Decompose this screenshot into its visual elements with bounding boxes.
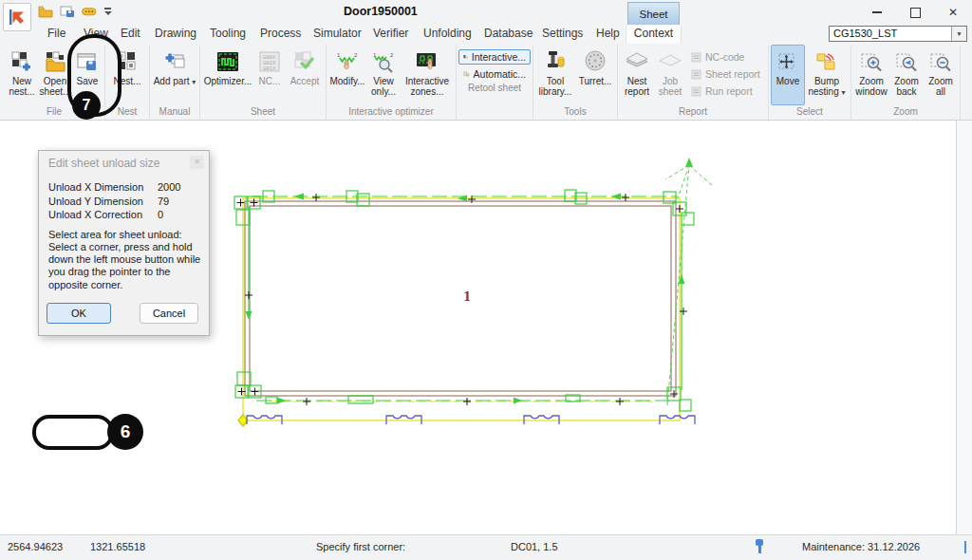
minimize-button[interactable] [858, 0, 896, 25]
modify-button[interactable]: 12 Modify... [328, 45, 366, 105]
nc-button[interactable]: G00XG02XG01X NC... [253, 45, 286, 105]
annotation-badge-7: 7 [72, 91, 101, 120]
sheet-report-icon [691, 69, 701, 80]
window-controls: ✕ [858, 0, 972, 25]
chevron-down-icon[interactable]: ▼ [951, 27, 966, 41]
ribbon-group-retool-sheet: Interactive... Automatic... Retool sheet [457, 45, 533, 120]
quick-access-caret-icon[interactable] [103, 6, 113, 17]
zoom-window-icon [860, 47, 883, 76]
reference-crosses [237, 194, 688, 405]
sheet-drawing[interactable]: 1 [228, 147, 721, 441]
group-label-zoom: Zoom [853, 105, 958, 119]
menu-file[interactable]: File [47, 25, 65, 44]
part-contour [245, 201, 676, 396]
menu-process[interactable]: Process [260, 25, 301, 44]
zoom-window-button[interactable]: Zoom window [853, 45, 889, 105]
ok-button[interactable]: OK [47, 303, 111, 324]
job-sheet-icon [658, 47, 682, 76]
ribbon-group-zoom: Zoom window Zoom back Zoom all Zoom [851, 45, 961, 120]
job-sheet-button[interactable]: Job sheet [654, 45, 686, 105]
zoom-back-button[interactable]: Zoom back [889, 45, 924, 105]
menu-drawing[interactable]: Drawing [155, 25, 196, 44]
group-label-interactive-optimizer: Interactive optimizer [328, 105, 454, 119]
save-quick-icon[interactable] [60, 5, 75, 18]
add-part-caret-icon: ▾ [192, 78, 196, 86]
tab-sheet[interactable]: Sheet [627, 2, 680, 25]
svg-text:2: 2 [390, 52, 394, 58]
menu-help[interactable]: Help [596, 25, 620, 44]
field-label: Unload Y Dimension [48, 196, 158, 210]
turret-button[interactable]: Turret... [575, 45, 615, 105]
machine-selector[interactable]: CG1530_LST ▼ [829, 26, 967, 42]
modify-icon: 12 [335, 47, 360, 76]
view-only-button[interactable]: 12 View only... [366, 45, 401, 105]
title-bar: Door1950001 Sheet ✕ [0, 0, 972, 25]
nc-icon: G00XG02XG01X [258, 47, 281, 76]
field-value[interactable]: 79 [158, 196, 169, 210]
field-value[interactable]: 2000 [158, 181, 180, 196]
material-info: DC01, 1.5 [511, 541, 558, 552]
menu-unfolding[interactable]: Unfolding [423, 25, 472, 44]
menu-tooling[interactable]: Tooling [210, 25, 246, 44]
zoom-all-button[interactable]: Zoom all [924, 45, 958, 105]
menu-simulator[interactable]: Simulator [313, 25, 362, 44]
tab-context[interactable]: Context [626, 25, 682, 44]
tool-library-icon [544, 47, 567, 76]
coordinate-y: 1321.65518 [90, 541, 145, 552]
sheet-report-button[interactable]: Sheet report [686, 66, 766, 82]
add-part-button[interactable]: Add part ▾ [152, 45, 197, 105]
nest-report-icon [625, 47, 649, 76]
menu-edit[interactable]: Edit [121, 25, 140, 44]
drawing-canvas[interactable]: 1 Edit sheet unload size ✕ Unload X Dime… [0, 121, 957, 534]
app-menu-button[interactable] [3, 3, 31, 31]
new-nest-button[interactable]: New nest... [6, 45, 38, 105]
machine-selector-value: CG1530_LST [830, 27, 951, 41]
move-button[interactable]: Move [771, 45, 805, 105]
ribbon-group-sheet: Optimizer... G00XG02XG01X NC... Accept S… [200, 45, 327, 120]
nc-code-button[interactable]: NC-code [686, 49, 766, 65]
group-label-tools: Tools [535, 105, 615, 119]
tool-library-button[interactable]: Tool library... [535, 45, 575, 105]
interactive-zones-button[interactable]: Interactive zones... [401, 45, 454, 105]
optimizer-button[interactable]: Optimizer... [202, 45, 253, 105]
move-icon [776, 47, 799, 76]
open-sheet-icon [44, 47, 66, 76]
part-number-label: 1 [463, 290, 471, 304]
dialog-fields: Unload X Dimension 2000 Unload Y Dimensi… [48, 181, 201, 223]
dialog-title-bar[interactable]: Edit sheet unload size ✕ [39, 151, 209, 174]
accept-button[interactable]: Accept [286, 45, 324, 105]
field-label: Unload X Dimension [48, 181, 158, 196]
measure-quick-icon[interactable] [82, 5, 97, 18]
license-dongle-icon [755, 539, 764, 554]
automatic-retool-button[interactable]: Automatic... [458, 66, 531, 82]
field-label: Unload X Correction [48, 209, 158, 223]
maximize-button[interactable] [896, 0, 934, 25]
app-logo-icon [7, 7, 28, 28]
menu-database[interactable]: Database [484, 25, 533, 44]
dialog-close-icon[interactable]: ✕ [190, 156, 204, 169]
close-button[interactable]: ✕ [934, 0, 972, 25]
tool-marks [234, 158, 694, 411]
open-quick-icon[interactable] [38, 5, 53, 18]
right-side-panel[interactable] [956, 121, 972, 534]
menu-verifier[interactable]: Verifier [373, 25, 408, 44]
ribbon: New nest... Open sheet... Save File [0, 44, 972, 121]
cancel-button[interactable]: Cancel [140, 303, 198, 324]
interactive-retool-button[interactable]: Interactive... [458, 49, 531, 65]
resize-grip[interactable] [964, 541, 966, 553]
bump-nesting-icon [814, 47, 839, 76]
nest-report-button[interactable]: Nest report [620, 45, 654, 105]
ribbon-group-interactive-optimizer: 12 Modify... 12 View only... Interactive… [327, 45, 457, 120]
add-part-icon [163, 47, 186, 76]
field-row: Unload Y Dimension 79 [48, 196, 201, 210]
accept-icon [293, 47, 316, 76]
field-value[interactable]: 0 [158, 209, 163, 223]
coordinate-x: 2564.94623 [8, 541, 63, 552]
group-label-select: Select [771, 105, 849, 119]
bump-nesting-button[interactable]: Bump nesting ▾ [805, 45, 849, 105]
bump-nesting-caret-icon: ▾ [842, 88, 846, 97]
interactive-retool-icon [463, 51, 468, 63]
menu-settings[interactable]: Settings [542, 25, 583, 44]
optimizer-icon [215, 47, 240, 76]
run-report-button[interactable]: Run report [686, 84, 766, 99]
